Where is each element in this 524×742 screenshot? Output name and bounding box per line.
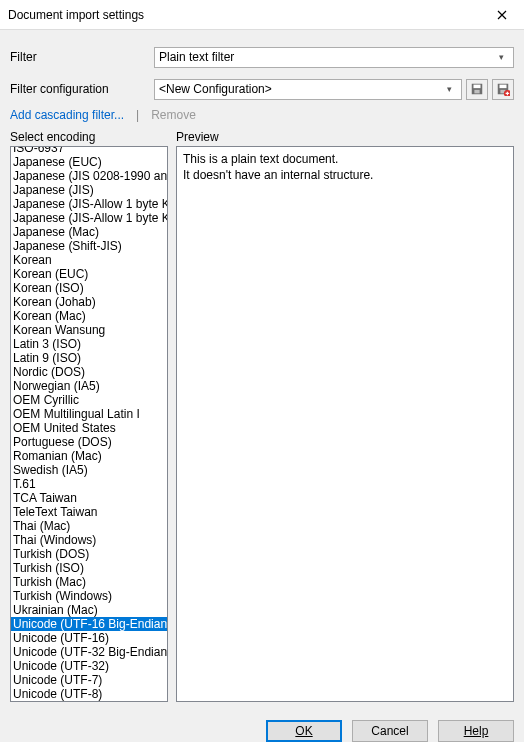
encoding-list-item[interactable]: Thai (Mac) (11, 519, 167, 533)
config-combo[interactable]: <New Configuration> ▾ (154, 79, 462, 100)
preview-line: It doesn't have an internal structure. (183, 167, 507, 183)
titlebar: Document import settings (0, 0, 524, 30)
encoding-list-item[interactable]: Korean (ISO) (11, 281, 167, 295)
save-config-button[interactable] (466, 79, 488, 100)
save-config-as-button[interactable] (492, 79, 514, 100)
filter-combo[interactable]: Plain text filter ▾ (154, 47, 514, 68)
encoding-list-item[interactable]: Japanese (Mac) (11, 225, 167, 239)
encoding-list-item[interactable]: Korean (EUC) (11, 267, 167, 281)
encoding-listbox[interactable]: ISCII OriyaISCII PunjabiISCII TamilISCII… (10, 146, 168, 702)
encoding-list-item[interactable]: Unicode (UTF-7) (11, 673, 167, 687)
chevron-down-icon: ▾ (441, 84, 457, 94)
encoding-label: Select encoding (10, 130, 168, 144)
encoding-list-item[interactable]: TeleText Taiwan (11, 505, 167, 519)
encoding-list-item[interactable]: Japanese (JIS-Allow 1 byte Kana - SO/SI) (11, 197, 167, 211)
encoding-list-item[interactable]: Korean Wansung (11, 323, 167, 337)
encoding-list-item[interactable]: T.61 (11, 477, 167, 491)
encoding-list-item[interactable]: Norwegian (IA5) (11, 379, 167, 393)
remove-link: Remove (151, 108, 196, 122)
filter-label: Filter (10, 50, 154, 64)
preview-line: This is a plain text document. (183, 151, 507, 167)
encoding-list-item[interactable]: Turkish (Windows) (11, 589, 167, 603)
svg-rect-4 (500, 85, 507, 89)
filter-combo-value: Plain text filter (159, 50, 493, 64)
encoding-list-item[interactable]: Korean (Mac) (11, 309, 167, 323)
encoding-list-item[interactable]: Unicode (UTF-8) (11, 687, 167, 701)
chevron-down-icon: ▾ (493, 52, 509, 62)
encoding-list-item[interactable]: Turkish (Mac) (11, 575, 167, 589)
encoding-list-item[interactable]: OEM Cyrillic (11, 393, 167, 407)
encoding-list-item[interactable]: Unicode (UTF-16 Big-Endian) (11, 617, 167, 631)
encoding-list-item[interactable]: Japanese (EUC) (11, 155, 167, 169)
encoding-list-item[interactable]: Unicode (UTF-16) (11, 631, 167, 645)
config-label: Filter configuration (10, 82, 154, 96)
add-cascading-filter-link[interactable]: Add cascading filter... (10, 108, 124, 122)
encoding-list-item[interactable]: Romanian (Mac) (11, 449, 167, 463)
encoding-list-item[interactable]: TCA Taiwan (11, 491, 167, 505)
encoding-list-item[interactable]: Ukrainian (Mac) (11, 603, 167, 617)
preview-label: Preview (176, 130, 514, 144)
encoding-list-item[interactable]: Turkish (ISO) (11, 561, 167, 575)
config-combo-value: <New Configuration> (159, 82, 441, 96)
ok-button[interactable]: OK (266, 720, 342, 742)
encoding-list-item[interactable]: OEM United States (11, 421, 167, 435)
window-title: Document import settings (8, 8, 480, 22)
button-bar: OK Cancel Help (0, 710, 524, 742)
encoding-list-item[interactable]: Nordic (DOS) (11, 365, 167, 379)
encoding-list-item[interactable]: ISO-6937 (11, 146, 167, 155)
encoding-list-item[interactable]: Japanese (JIS-Allow 1 byte Kana) (11, 211, 167, 225)
encoding-list-item[interactable]: Turkish (DOS) (11, 547, 167, 561)
link-divider: | (136, 108, 139, 122)
encoding-list-item[interactable]: Portuguese (DOS) (11, 435, 167, 449)
encoding-list-item[interactable]: OEM Multilingual Latin I (11, 407, 167, 421)
cancel-button[interactable]: Cancel (352, 720, 428, 742)
preview-box: This is a plain text document. It doesn'… (176, 146, 514, 702)
close-button[interactable] (480, 0, 524, 30)
encoding-list-item[interactable]: Japanese (Shift-JIS) (11, 239, 167, 253)
encoding-list-item[interactable]: Thai (Windows) (11, 533, 167, 547)
encoding-list-item[interactable]: Japanese (JIS 0208-1990 and 0212-1990) (11, 169, 167, 183)
encoding-list-item[interactable]: Latin 3 (ISO) (11, 337, 167, 351)
encoding-list-item[interactable]: Japanese (JIS) (11, 183, 167, 197)
help-button[interactable]: Help (438, 720, 514, 742)
encoding-list-item[interactable]: Unicode (UTF-32 Big-Endian) (11, 645, 167, 659)
encoding-list-item[interactable]: Swedish (IA5) (11, 463, 167, 477)
encoding-list-item[interactable]: Korean (11, 253, 167, 267)
encoding-list-item[interactable]: Unicode (UTF-32) (11, 659, 167, 673)
encoding-list-item[interactable]: Latin 9 (ISO) (11, 351, 167, 365)
encoding-list-item[interactable]: Korean (Johab) (11, 295, 167, 309)
svg-rect-2 (474, 90, 479, 94)
svg-rect-1 (474, 85, 481, 89)
